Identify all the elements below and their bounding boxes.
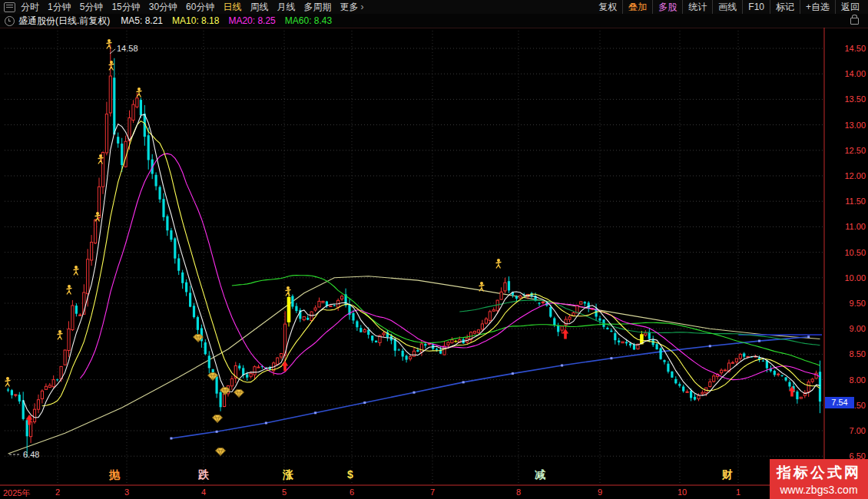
ma5-line (23, 114, 820, 418)
tool-adjust[interactable]: 复权 (593, 0, 622, 14)
ma60-value: MA60: 8.43 (285, 15, 332, 26)
period-tab-more[interactable]: 更多› (340, 0, 363, 14)
trough-price-label: 6.48 (23, 450, 39, 459)
date-month-label: 7 (430, 487, 435, 497)
period-tab-timeshare[interactable]: 分时 (21, 0, 39, 14)
period-menu: 分时1分钟5分钟15分钟30分钟60分钟日线周线月线多周期更多› (21, 0, 593, 14)
chevron-right-icon: › (360, 2, 363, 12)
date-month-label: 6 (350, 487, 354, 497)
tool-drawline[interactable]: 画线 (712, 0, 742, 14)
ma20-value: MA20: 8.25 (228, 15, 275, 26)
person-icon (496, 259, 501, 268)
signal-rise: 涨 (283, 468, 293, 482)
price-axis-label: 9.50 (850, 299, 866, 308)
diamond-icon (234, 390, 244, 398)
person-icon (58, 330, 62, 339)
price-axis-label: 11.00 (845, 222, 866, 231)
period-tab-monthly[interactable]: 月线 (277, 0, 295, 14)
period-tab-30min[interactable]: 30分钟 (149, 0, 177, 14)
period-tab-1min[interactable]: 1分钟 (48, 0, 71, 14)
price-axis-label: 12.00 (844, 171, 866, 180)
watermark: 指标公式网 www.zbgs3.com (770, 459, 868, 499)
price-axis-label: 14.50 (844, 44, 866, 53)
person-icon (74, 266, 78, 275)
price-axis-label: 8.50 (850, 349, 866, 359)
signal-reduce: 减 (535, 468, 545, 482)
ma60-line (232, 276, 820, 366)
date-month-label: 4 (201, 487, 206, 497)
period-tab-daily[interactable]: 日线 (223, 0, 241, 14)
app-icon[interactable] (4, 2, 15, 12)
stock-title: 盛通股份(日线.前复权) (18, 15, 110, 28)
cost-line-marker (512, 372, 514, 375)
date-month-label: 3 (124, 487, 129, 497)
period-tab-multi[interactable]: 多周期 (303, 0, 331, 14)
tool-multistock[interactable]: 多股 (652, 0, 682, 14)
top-toolbar: 分时1分钟5分钟15分钟30分钟60分钟日线周线月线多周期更多› 复权叠加多股统… (0, 0, 868, 15)
signal-sell: 抛 (109, 468, 120, 482)
person-icon (286, 286, 290, 296)
date-month-label: 5 (282, 487, 287, 497)
signal-fall: 跌 (198, 468, 209, 482)
person-icon (109, 61, 114, 70)
person-icon (67, 285, 71, 294)
price-axis-label: 12.50 (844, 146, 866, 155)
cost-line-marker (314, 411, 316, 414)
price-axis-label: 8.00 (850, 375, 866, 385)
cost-line-marker (413, 392, 416, 394)
period-tab-5min[interactable]: 5分钟 (80, 0, 104, 14)
person-icon (479, 282, 484, 291)
tool-back[interactable]: 返回 (835, 0, 865, 14)
diamond-icon (216, 448, 226, 456)
date-month-label: 10 (678, 487, 687, 497)
candlestick-chart[interactable]: 14.586.4814.5014.0013.5013.0012.5012.001… (0, 0, 868, 499)
person-icon (5, 377, 10, 386)
date-year-label: 2025年 (3, 487, 30, 499)
signal-wealth: 财 (722, 468, 733, 482)
date-month-label: 8 (516, 487, 521, 497)
signal-dollar: $ (347, 468, 353, 481)
ma-values: MA5: 8.21MA10: 8.18MA20: 8.25MA60: 8.43 (121, 15, 341, 26)
cost-line-marker (462, 381, 465, 383)
period-tab-weekly[interactable]: 周线 (250, 0, 268, 14)
price-axis-label: 11.50 (845, 197, 866, 206)
date-month-label: 9 (598, 487, 602, 497)
tool-stats[interactable]: 统计 (682, 0, 712, 14)
period-tab-15min[interactable]: 15分钟 (111, 0, 140, 14)
ma5-value: MA5: 8.21 (121, 15, 163, 26)
tool-add-favorite[interactable]: +自选 (800, 0, 835, 14)
tool-overlay[interactable]: 叠加 (622, 0, 652, 14)
cost-line-marker (170, 438, 172, 440)
tool-mark[interactable]: 标记 (770, 0, 800, 14)
price-axis-label: 9.00 (850, 324, 866, 333)
person-icon (137, 88, 141, 97)
price-axis-label: 13.00 (844, 121, 866, 130)
peak-price-label: 14.58 (117, 44, 138, 53)
cost-line-marker (758, 340, 760, 342)
tool-f10[interactable]: F10 (742, 0, 770, 14)
app-window: 14.586.4814.5014.0013.5013.0012.5012.001… (0, 0, 868, 499)
period-tab-60min[interactable]: 60分钟 (186, 0, 214, 14)
tools-menu: 复权叠加多股统计画线F10标记+自选返回 (593, 0, 865, 14)
cost-line-marker (709, 345, 711, 347)
cost-line-marker (265, 422, 267, 425)
diamond-icon (213, 415, 223, 423)
cost-line-marker (807, 335, 810, 338)
lock-icon[interactable] (850, 18, 859, 25)
price-axis-label: 10.50 (844, 248, 866, 257)
price-axis-label: 14.00 (844, 69, 866, 78)
watermark-url: www.zbgs3.com (780, 484, 857, 496)
ma10-line (42, 121, 820, 406)
date-month-label: 1 (736, 487, 740, 497)
ma10-value: MA10: 8.18 (172, 15, 219, 26)
info-bar: 盛通股份(日线.前复权) MA5: 8.21MA10: 8.18MA20: 8.… (0, 14, 868, 28)
latest-price-tag: 7.54 (825, 397, 854, 408)
cost-line-marker (363, 402, 366, 404)
cost-line-marker (216, 431, 218, 433)
price-axis-label: 7.00 (850, 426, 866, 435)
watermark-title: 指标公式网 (777, 463, 861, 483)
cost-line-marker (610, 357, 612, 359)
date-month-label: 2 (55, 487, 60, 497)
price-axis-label: 13.50 (844, 94, 866, 104)
clock-icon[interactable] (5, 16, 15, 26)
